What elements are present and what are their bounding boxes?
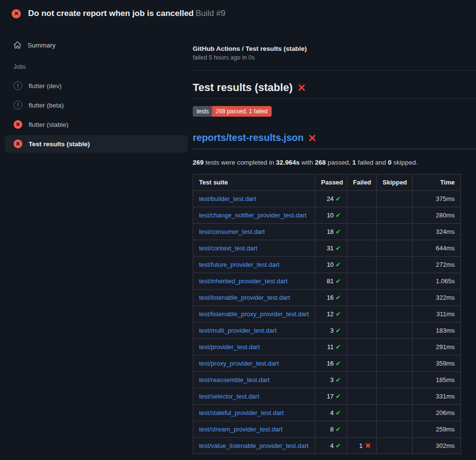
passed-cell: 11✔: [315, 339, 347, 355]
table-row: test/stream_provider_test.dart8✔259ms: [193, 421, 461, 438]
test-suite-link[interactable]: test/listenable_proxy_provider_test.dart: [199, 310, 309, 318]
tests-badge: tests 268 passed, 1 failed: [193, 106, 272, 117]
passed-count: 12: [327, 310, 334, 318]
test-suite-link[interactable]: test/future_provider_test.dart: [199, 261, 279, 268]
sidebar-item-flutter-dev[interactable]: !flutter (dev): [5, 77, 188, 94]
test-suite-link[interactable]: test/listenable_provider_test.dart: [199, 294, 290, 301]
check-icon: ✔: [336, 277, 341, 285]
skipped-cell: [377, 306, 413, 322]
summary-number: 32.964s: [276, 159, 300, 166]
time-cell: 280ms: [413, 207, 461, 224]
passed-count: 4: [330, 409, 334, 416]
test-suite-link[interactable]: test/selector_test.dart: [199, 393, 259, 400]
passed-count: 4: [330, 442, 334, 449]
passed-cell: 24✔: [315, 191, 347, 207]
failed-cell: [347, 257, 377, 273]
test-suite-link[interactable]: test/provider_test.dart: [199, 343, 260, 351]
failed-cell: [347, 273, 377, 290]
tests-summary: 269 tests were completed in 32.964s with…: [193, 159, 476, 166]
failed-cell: [347, 355, 377, 372]
test-suite-cell: test/stateful_provider_test.dart: [193, 405, 315, 421]
skipped-cell: [377, 273, 413, 290]
summary-text: with: [300, 159, 315, 166]
passed-count: 31: [327, 245, 334, 252]
check-icon: ✔: [336, 376, 341, 383]
home-icon: [14, 41, 21, 49]
test-suite-cell: test/provider_test.dart: [193, 339, 315, 355]
table-row: test/multi_provider_test.dart3✔183ms: [193, 322, 461, 339]
section-title: Test results (stable): [193, 81, 476, 99]
summary-text: skipped.: [392, 159, 418, 166]
section-title-text: Test results (stable): [193, 81, 292, 94]
test-suite-link[interactable]: test/proxy_provider_test.dart: [199, 360, 279, 367]
failed-cell: [347, 240, 377, 257]
table-row: test/listenable_proxy_provider_test.dart…: [193, 306, 461, 322]
time-cell: 331ms: [413, 388, 461, 405]
table-row: test/reassemble_test.dart3✔185ms: [193, 372, 461, 388]
test-suite-cell: test/listenable_provider_test.dart: [193, 290, 315, 306]
check-icon: ✔: [336, 393, 341, 400]
failed-icon: [14, 120, 22, 129]
check-icon: ✔: [336, 442, 341, 449]
passed-count: 81: [327, 277, 334, 285]
sidebar-item-flutter-beta[interactable]: !flutter (beta): [5, 96, 188, 114]
sidebar-item-summary[interactable]: Summary: [5, 36, 188, 54]
skipped-cell: [377, 224, 413, 240]
failed-x-icon: [308, 134, 317, 142]
time-cell: 185ms: [413, 372, 461, 388]
summary-text: failed and: [356, 159, 388, 166]
test-suite-link[interactable]: test/multi_provider_test.dart: [199, 327, 276, 334]
cancelled-icon: !: [14, 81, 22, 90]
test-suite-link[interactable]: test/inherited_provider_test.dart: [199, 277, 288, 285]
failed-icon: [14, 139, 22, 148]
test-results-table: Test suite Passed Failed Skipped Time te…: [193, 174, 461, 454]
sidebar-item-label: flutter (dev): [29, 82, 61, 90]
jobs-sidebar: Summary Jobs !flutter (dev)!flutter (bet…: [0, 27, 193, 154]
test-suite-link[interactable]: test/consumer_test.dart: [199, 228, 265, 235]
failed-cell: [347, 224, 377, 240]
sidebar-item-label: Summary: [28, 42, 56, 49]
table-row: test/context_test.dart31✔644ms: [193, 240, 461, 257]
skipped-cell: [377, 355, 413, 372]
test-suite-link[interactable]: test/builder_test.dart: [199, 195, 256, 202]
test-suite-link[interactable]: test/value_listenable_provider_test.dart: [199, 442, 308, 449]
skipped-cell: [377, 207, 413, 224]
time-cell: 322ms: [413, 290, 461, 306]
table-row: test/provider_test.dart11✔291ms: [193, 339, 461, 355]
test-suite-link[interactable]: test/stateful_provider_test.dart: [199, 409, 284, 416]
test-suite-cell: test/stream_provider_test.dart: [193, 421, 315, 438]
failed-cell: [347, 339, 377, 355]
table-row: test/proxy_provider_test.dart16✔359ms: [193, 355, 461, 372]
sidebar-item-flutter-stable[interactable]: flutter (stable): [5, 116, 188, 133]
passed-cell: 16✔: [315, 355, 347, 372]
table-row: test/selector_test.dart17✔331ms: [193, 388, 461, 405]
test-suite-cell: test/proxy_provider_test.dart: [193, 355, 315, 372]
table-row: test/stateful_provider_test.dart4✔206ms: [193, 405, 461, 421]
build-number: Build #9: [196, 9, 225, 18]
passed-count: 3: [330, 327, 334, 334]
page-title: Do not create report when job is cancell…: [28, 9, 225, 18]
passed-cell: 16✔: [315, 290, 347, 306]
x-glyph: [16, 142, 20, 146]
col-failed: Failed: [347, 174, 377, 191]
check-icon: ✔: [336, 360, 341, 367]
passed-count: 3: [330, 376, 334, 383]
time-cell: 359ms: [413, 355, 461, 372]
sidebar-item-test-results-stable[interactable]: Test results (stable): [5, 135, 188, 153]
test-suite-cell: test/builder_test.dart: [193, 191, 315, 207]
skipped-cell: [377, 438, 413, 454]
sidebar-item-label: Test results (stable): [29, 140, 90, 148]
test-suite-link[interactable]: test/stream_provider_test.dart: [199, 426, 283, 433]
passed-cell: 4✔: [315, 438, 347, 454]
test-suite-link[interactable]: test/change_notifier_provider_test.dart: [199, 212, 307, 219]
time-cell: 206ms: [413, 405, 461, 421]
time-cell: 272ms: [413, 257, 461, 273]
build-failed-icon: [12, 9, 21, 18]
table-row: test/change_notifier_provider_test.dart1…: [193, 207, 461, 224]
table-row: test/inherited_provider_test.dart81✔1.06…: [193, 273, 461, 290]
test-suite-link[interactable]: test/reassemble_test.dart: [199, 376, 270, 383]
passed-cell: 8✔: [315, 421, 347, 438]
report-file-link[interactable]: reports/test-results.json: [193, 132, 304, 143]
badge-value: 268 passed, 1 failed: [212, 106, 271, 117]
test-suite-link[interactable]: test/context_test.dart: [199, 245, 258, 252]
